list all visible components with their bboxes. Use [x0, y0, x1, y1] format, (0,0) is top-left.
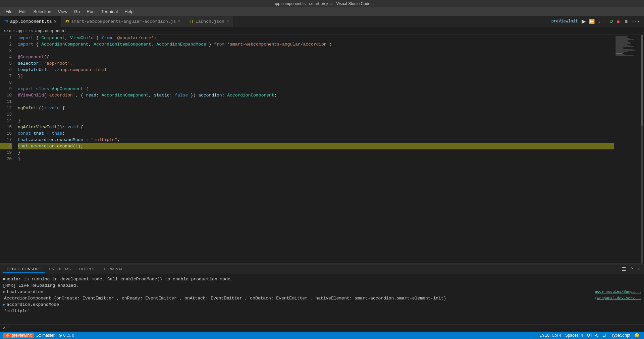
debug-step-over-btn[interactable]: ⏩ [588, 18, 596, 24]
code-line-7: }) [18, 73, 614, 79]
minimap-line [615, 39, 634, 40]
breadcrumb-app[interactable]: app [16, 29, 24, 33]
code-line-4: @Component({ [18, 54, 614, 60]
code-line-14: } [18, 118, 614, 124]
console-line-4: ▶ accordion.expandMode [3, 301, 641, 308]
error-icon: ⊗ [59, 333, 62, 338]
debug-step-out-btn[interactable]: ↑ [603, 18, 607, 24]
status-bar: ⚡ preViewInit ⎇ master ⊗ 0 ⚠ 0 Ln 18, Co… [0, 332, 644, 339]
js-icon: JS [65, 20, 69, 23]
status-debug[interactable]: ⚡ preViewInit [3, 333, 34, 338]
git-icon: ⎇ [36, 333, 41, 338]
tab-app-component[interactable]: TS app.component.ts × [0, 16, 61, 27]
code-line-10: @ViewChild('accordion', { read: Accordio… [18, 92, 614, 98]
code-line-9: export class AppComponent { [18, 86, 614, 92]
status-position[interactable]: Ln 18, Col 4 [537, 333, 563, 338]
code-line-13 [18, 111, 614, 118]
minimap-line [615, 44, 627, 45]
bottom-input[interactable]: > | [0, 324, 644, 332]
debug-step-into-btn[interactable]: ↓ [597, 18, 601, 24]
tab-bar: TS app.component.ts × JS smart-webcompon… [0, 16, 644, 27]
status-errors[interactable]: ⊗ 0 ⚠ 0 [57, 333, 76, 338]
code-line-15: ngAfterViewInit(): void { [18, 124, 614, 130]
tab-close-app-component[interactable]: × [54, 19, 57, 24]
minimap [614, 35, 644, 263]
minimap-line [615, 51, 628, 52]
menu-file[interactable]: File [3, 8, 15, 15]
tab-output[interactable]: OUTPUT [75, 266, 99, 273]
minimap-line [615, 40, 628, 41]
code-line-17: that.accordion.expandMode = "multiple"; [18, 137, 614, 143]
breadcrumb-src[interactable]: src [4, 29, 11, 33]
bottom-panel: DEBUG CONSOLE PROBLEMS OUTPUT TERMINAL ☰… [0, 265, 644, 332]
breadcrumb-file[interactable]: TS app.component [29, 29, 67, 33]
status-spaces[interactable]: Spaces: 4 [563, 333, 585, 338]
tab-launch-json[interactable]: {} launch.json × [185, 16, 233, 27]
console-right-link[interactable]: node_modules/@angu... [595, 289, 641, 295]
status-language[interactable]: TypeScript [609, 333, 632, 338]
debug-stop-btn[interactable]: ■ [616, 18, 621, 24]
console-text: AccordionComponent {onCreate: EventEmitt… [4, 295, 446, 301]
console-arrow: ▶ [3, 289, 5, 295]
debug-restart-btn[interactable]: ↺ [608, 18, 614, 24]
menu-selection[interactable]: Selection [31, 8, 54, 15]
minimap-line [615, 48, 623, 49]
menu-run[interactable]: Run [84, 8, 97, 15]
title-bar: app.component.ts - smart-project - Visua… [0, 0, 644, 7]
tab-debug-console[interactable]: DEBUG CONSOLE [3, 266, 45, 273]
minimap-thumb[interactable] [641, 35, 643, 126]
menu-bar: File Edit Selection View Go Run Terminal… [0, 7, 644, 16]
breadcrumb-sep2: > [25, 29, 27, 33]
menu-terminal[interactable]: Terminal [99, 8, 120, 15]
code-line-18: → that.accordion.expand(1); [18, 143, 614, 149]
panel-close-btn[interactable]: × [636, 266, 641, 273]
status-warning-count: 0 [72, 333, 74, 338]
code-line-8 [18, 79, 614, 86]
console-line-2: ▶ that.accordionnode_modules/@angu... [3, 289, 641, 295]
console-text: that.accordion [7, 289, 43, 295]
more-actions-btn[interactable]: ··· [630, 18, 641, 25]
status-encoding-text: UTF-8 [587, 333, 598, 338]
console-text: Angular is running in development mode. … [3, 276, 233, 282]
code-lines[interactable]: import { Component, ViewChild } from '@a… [15, 35, 614, 263]
code-line-19: } [18, 149, 614, 156]
line-numbers: 1234567891011121314151617181920 [0, 35, 15, 263]
panel-filter-btn[interactable]: ☰ [621, 266, 628, 273]
tab-smart-webcomponents[interactable]: JS smart-webcomponents-angular-accordion… [61, 16, 185, 27]
status-encoding[interactable]: UTF-8 [585, 333, 600, 338]
ts-icon: TS [4, 20, 8, 23]
input-cursor: | [7, 326, 9, 331]
minimap-scrollbar[interactable] [641, 35, 643, 263]
menu-edit[interactable]: Edit [16, 8, 29, 15]
menu-view[interactable]: View [55, 8, 70, 15]
tab-close-launch[interactable]: × [226, 19, 229, 24]
menu-help[interactable]: Help [122, 8, 136, 15]
minimap-line [615, 36, 628, 37]
tab-terminal[interactable]: TERMINAL [99, 266, 127, 273]
panel-maximize-btn[interactable]: ⌃ [629, 266, 634, 273]
status-eol[interactable]: LF [600, 333, 609, 338]
status-spaces-text: Spaces: 4 [565, 333, 583, 338]
console-text: 'multiple' [4, 308, 30, 314]
panel-controls: ☰ ⌃ × [621, 266, 644, 273]
console-line-0: Angular is running in development mode. … [3, 276, 641, 282]
debug-continue-btn[interactable]: ▶ [581, 18, 587, 25]
code-line-6: templateUrl: './app.component.html' [18, 67, 614, 73]
tab-problems[interactable]: PROBLEMS [45, 266, 75, 273]
warning-icon: ⚠ [67, 333, 71, 338]
breadcrumb: src > app > TS app.component [0, 27, 644, 35]
split-editor-btn[interactable]: ⊞ [623, 18, 629, 25]
status-error-count: 0 [63, 333, 66, 338]
status-branch[interactable]: ⎇ master [34, 333, 57, 338]
status-line-col: Ln 18, Col 4 [539, 333, 561, 338]
menu-go[interactable]: Go [71, 8, 83, 15]
minimap-line [615, 47, 624, 48]
tab-close-smart[interactable]: × [178, 19, 180, 24]
window-title: app.component.ts - smart-project - Visua… [274, 1, 371, 6]
console-right-link[interactable]: (webpack)-dev-serv... [595, 295, 641, 301]
tab-label-app-component: app.component.ts [10, 19, 52, 24]
tab-label-launch: launch.json [196, 19, 224, 24]
minimap-line [615, 54, 625, 55]
status-branch-name: master [42, 333, 55, 338]
status-feedback[interactable]: 😊 [632, 333, 641, 338]
